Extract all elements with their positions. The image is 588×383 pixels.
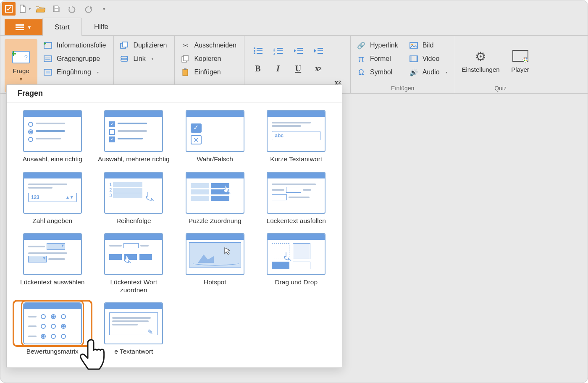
question-type-sequence[interactable]: 1 2 3 Reihenfolge [97, 172, 171, 225]
duplicate-label: Duplizieren [133, 42, 167, 49]
question-type-select-blank[interactable]: ▼ ▼Lückentext auswählen [15, 233, 90, 294]
video-icon [409, 55, 418, 62]
question-type-hotspot[interactable]: Hotspot [178, 233, 252, 294]
hyperlink-button[interactable]: 🔗Hyperlink [355, 39, 402, 52]
svg-text:3: 3 [273, 52, 275, 55]
question-group-label: Gragengruppe [57, 55, 100, 63]
insert-audio-button[interactable]: 🔊Audio▾ [407, 66, 451, 79]
list-icon [16, 24, 24, 31]
svg-point-45 [411, 44, 413, 45]
quiz-group-label: Quiz [459, 83, 542, 92]
subscript-button[interactable]: x2 [310, 61, 327, 76]
audio-icon: 🔊 [409, 68, 418, 76]
question-type-multiple-choice[interactable]: Auswahl, mehrere richtig [97, 110, 171, 163]
link-icon [120, 55, 129, 62]
open-file-button[interactable] [33, 3, 47, 15]
svg-rect-25 [184, 68, 186, 70]
info-slide-label: Informationsfolie [57, 42, 106, 49]
tab-help[interactable]: Hilfe [82, 17, 121, 35]
svg-rect-47 [410, 56, 412, 62]
intro-slide-button[interactable]: Eingührung ▾ [42, 66, 109, 79]
true-false-thumbnail: ✓ ✕ [186, 110, 244, 152]
cut-label: Ausschneiden [194, 42, 236, 49]
fill-blank-label: Lückentext ausfüllen [267, 217, 326, 225]
bullet-list-button[interactable] [249, 43, 266, 58]
question-slide-icon: ? [12, 50, 30, 65]
intro-icon [43, 69, 52, 76]
question-group-button[interactable]: Gragengruppe [42, 52, 109, 65]
essay-thumbnail: ✎ [104, 302, 163, 344]
question-type-drag-drop[interactable]: Drag und Drop [259, 233, 334, 294]
svg-point-28 [254, 50, 255, 52]
question-type-true-false[interactable]: ✓ ✕Wahr/Falsch [178, 110, 252, 163]
numeric-thumbnail: 123▲▼ [23, 172, 82, 214]
paste-button[interactable]: Einfügen [179, 66, 240, 79]
group-icon [43, 55, 52, 62]
word-bank-thumbnail [104, 233, 163, 275]
undo-button[interactable] [65, 3, 79, 15]
likert-label: Bewertungsmatrix [26, 348, 79, 356]
svg-rect-21 [121, 59, 128, 61]
select-blank-thumbnail: ▼ ▼ [23, 233, 82, 275]
redo-button[interactable] [81, 3, 95, 15]
multiple-choice-thumbnail [104, 110, 163, 152]
svg-point-53 [524, 60, 525, 61]
increase-indent-button[interactable] [310, 43, 327, 58]
fill-blank-thumbnail [267, 172, 326, 214]
copy-button[interactable]: Kopieren [179, 52, 240, 65]
numbered-list-button[interactable]: 123 [270, 43, 286, 58]
insert-image-button[interactable]: Bild [407, 39, 451, 52]
select-blank-label: Lückentext auswählen [20, 278, 84, 286]
tab-start[interactable]: Start [42, 18, 82, 36]
word-bank-label: Lückentext Wort zuordnen [97, 278, 171, 294]
omega-icon: Ω [357, 68, 366, 77]
italic-button[interactable]: I [270, 61, 286, 76]
info-slide-button[interactable]: Informationsfolie [42, 39, 109, 52]
copy-label: Kopieren [194, 55, 221, 63]
customize-qat-button[interactable]: ▾ [97, 3, 111, 15]
svg-rect-20 [121, 56, 128, 59]
question-type-word-bank[interactable]: Lückentext Wort zuordnen [97, 233, 171, 294]
symbol-button[interactable]: ΩSymbol [355, 66, 402, 79]
matching-label: Puzzle Zuordnung [189, 217, 242, 225]
svg-rect-3 [16, 24, 24, 26]
dropdown-title: Fragen [7, 85, 342, 102]
svg-rect-23 [184, 55, 188, 61]
link-button[interactable]: Link ▾ [118, 52, 170, 65]
new-file-button[interactable]: ▾ [17, 3, 32, 15]
svg-point-30 [254, 52, 255, 54]
question-type-matching[interactable]: Puzzle Zuordnung [178, 172, 252, 225]
matching-thumbnail [186, 172, 244, 214]
file-menu-button[interactable]: ▼ [5, 19, 42, 35]
insert-video-button[interactable]: Video [407, 52, 451, 65]
question-type-essay[interactable]: ✎ e Textantwort [97, 302, 171, 356]
bold-button[interactable]: B [249, 61, 266, 76]
save-button[interactable] [49, 3, 63, 15]
pi-icon: π [357, 54, 366, 64]
svg-rect-1 [55, 9, 58, 11]
player-button[interactable]: Player [504, 39, 537, 83]
question-type-likert[interactable]: Bewertungsmatrix [15, 302, 90, 356]
multiple-choice-label: Auswahl, mehrere richtig [98, 155, 170, 163]
svg-point-26 [254, 47, 255, 49]
link-label: Link [133, 55, 145, 63]
cut-button[interactable]: ✂ Ausschneiden [179, 39, 240, 52]
svg-rect-5 [16, 29, 24, 30]
question-type-fill-blank[interactable]: Lückentext ausfüllen [259, 172, 334, 225]
quick-access-toolbar: ▾ ▾ [0, 0, 588, 17]
question-type-single-choice[interactable]: Auswahl, eine richtig [15, 110, 90, 163]
decrease-indent-button[interactable] [290, 43, 307, 58]
question-type-numeric[interactable]: 123▲▼Zahl angeben [15, 172, 90, 225]
formula-button[interactable]: πFormel [355, 52, 402, 65]
gear-icon: ⚙ [472, 49, 490, 64]
svg-point-54 [525, 60, 527, 61]
question-type-dropdown: Fragen Auswahl, eine richtig Auswahl, me… [6, 84, 342, 368]
duplicate-button[interactable]: Duplizieren [118, 39, 170, 52]
underline-button[interactable]: U [290, 61, 307, 76]
question-type-short-answer[interactable]: abcKurze Textantwort [259, 110, 334, 163]
svg-rect-48 [416, 56, 417, 62]
intro-slide-label: Eingührung [57, 68, 91, 76]
settings-button[interactable]: ⚙ Einstellungen [465, 39, 497, 83]
app-icon [2, 2, 16, 16]
hotspot-label: Hotspot [204, 278, 226, 286]
